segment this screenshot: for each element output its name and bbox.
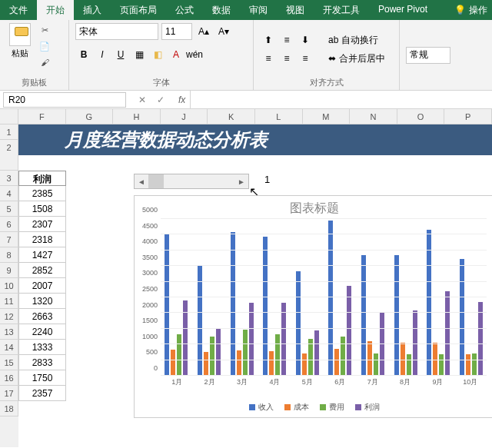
row-header-4[interactable]: 4	[0, 186, 18, 201]
ribbon-tab-0[interactable]: 文件	[0, 0, 37, 20]
bar	[427, 230, 431, 376]
ribbon-tab-1[interactable]: 开始	[37, 0, 74, 20]
row-header-5[interactable]: 5	[0, 201, 18, 217]
chart-object[interactable]: 图表标题 05001000150020002500300035004000450…	[134, 195, 492, 418]
fill-color-button[interactable]: ◧	[149, 46, 166, 63]
data-cell[interactable]: 2357	[18, 386, 66, 401]
font-size-select[interactable]	[161, 23, 192, 40]
data-cell[interactable]: 1320	[18, 294, 66, 309]
row-header-13[interactable]: 13	[0, 324, 18, 340]
data-cell[interactable]: 2852	[18, 263, 66, 278]
row-header-1[interactable]: 1	[0, 124, 18, 140]
col-header-O[interactable]: O	[397, 109, 445, 124]
formula-bar[interactable]	[190, 91, 492, 108]
format-painter-button[interactable]: 🖌	[37, 55, 52, 69]
ribbon-tab-4[interactable]: 公式	[166, 0, 203, 20]
decrease-font-button[interactable]: A▾	[215, 23, 232, 40]
bar	[472, 353, 477, 376]
row-header-12[interactable]: 12	[0, 309, 18, 324]
cut-button[interactable]: ✂	[37, 23, 52, 37]
col-header-K[interactable]: K	[208, 109, 255, 124]
row-header-17[interactable]: 17	[0, 386, 18, 401]
x-tick: 4月	[258, 377, 291, 388]
col-header-F[interactable]: F	[18, 109, 66, 124]
data-cell[interactable]: 1508	[18, 201, 66, 217]
row-header-14[interactable]: 14	[0, 340, 18, 355]
row-header-10[interactable]: 10	[0, 278, 18, 294]
x-tick: 8月	[389, 377, 421, 388]
data-header-cell[interactable]: 利润	[18, 171, 66, 186]
col-header-N[interactable]: N	[350, 109, 397, 124]
data-cell[interactable]: 2833	[18, 355, 66, 370]
row-header-8[interactable]: 8	[0, 247, 18, 263]
data-cell[interactable]: 2318	[18, 232, 66, 247]
ribbon-tab-3[interactable]: 页面布局	[111, 0, 166, 20]
data-cell[interactable]: 2385	[18, 186, 66, 201]
merge-center-button[interactable]: ⬌合并后居中	[323, 50, 391, 67]
col-header-H[interactable]: H	[113, 109, 161, 124]
phonetic-button[interactable]: wén	[186, 46, 203, 63]
col-header-G[interactable]: G	[66, 109, 114, 124]
bold-button[interactable]: B	[75, 46, 92, 63]
row-header-7[interactable]: 7	[0, 232, 18, 247]
wrap-text-button[interactable]: ab自动换行	[323, 32, 391, 48]
legend-item[interactable]: 利润	[355, 402, 380, 413]
row-header-16[interactable]: 16	[0, 370, 18, 386]
month-scrollbar[interactable]: ◄ ►	[134, 174, 249, 189]
ribbon-tab-8[interactable]: 开发工具	[314, 0, 369, 20]
border-button[interactable]: ▦	[131, 46, 148, 63]
align-top-button[interactable]: ⬆	[260, 32, 277, 48]
scroll-right-arrow[interactable]: ►	[234, 178, 248, 186]
name-box[interactable]	[3, 92, 126, 108]
x-tick: 6月	[324, 377, 356, 388]
group-label-clipboard: 剪贴板	[6, 75, 62, 88]
copy-button[interactable]: 📄	[37, 39, 52, 53]
italic-button[interactable]: I	[94, 46, 111, 63]
select-all-corner[interactable]	[0, 109, 18, 124]
row-header-15[interactable]: 15	[0, 355, 18, 370]
bar	[328, 221, 333, 376]
col-header-P[interactable]: P	[444, 109, 492, 124]
legend-item[interactable]: 成本	[284, 402, 309, 413]
scroll-left-arrow[interactable]: ◄	[135, 178, 148, 186]
row-header-9[interactable]: 9	[0, 263, 18, 278]
data-cell[interactable]: 1427	[18, 247, 66, 263]
row-header-3[interactable]: 3	[0, 171, 18, 186]
col-header-J[interactable]: J	[161, 109, 208, 124]
data-cell[interactable]: 2240	[18, 324, 66, 340]
confirm-formula-button[interactable]: ✓	[152, 91, 169, 108]
data-cell[interactable]: 2663	[18, 309, 66, 324]
data-cell[interactable]: 1333	[18, 340, 66, 355]
row-header-6[interactable]: 6	[0, 217, 18, 232]
align-bottom-button[interactable]: ⬇	[297, 32, 314, 48]
data-cell[interactable]: 2307	[18, 217, 66, 232]
data-cell[interactable]: 2007	[18, 278, 66, 294]
row-header-11[interactable]: 11	[0, 294, 18, 309]
cancel-formula-button[interactable]: ✕	[134, 91, 151, 108]
col-header-M[interactable]: M	[303, 109, 351, 124]
ribbon-tab-7[interactable]: 视图	[277, 0, 314, 20]
col-header-L[interactable]: L	[255, 109, 303, 124]
data-cell[interactable]: 1750	[18, 370, 66, 386]
legend-item[interactable]: 收入	[249, 402, 274, 413]
paste-button[interactable]: 粘贴	[6, 23, 34, 59]
legend-item[interactable]: 费用	[320, 402, 344, 413]
ribbon-tab-2[interactable]: 插入	[74, 0, 111, 20]
tell-me-label[interactable]: 操作	[469, 4, 487, 17]
align-right-button[interactable]: ≡	[297, 50, 314, 67]
row-header-2[interactable]: 2	[0, 140, 18, 171]
font-color-button[interactable]: A	[168, 46, 184, 63]
number-format-select[interactable]	[406, 47, 450, 64]
ribbon-tab-9[interactable]: Power Pivot	[369, 0, 437, 20]
align-middle-button[interactable]: ≡	[278, 32, 295, 48]
increase-font-button[interactable]: A▴	[195, 23, 212, 40]
ribbon-tab-6[interactable]: 审阅	[240, 0, 277, 20]
font-name-select[interactable]	[75, 23, 158, 40]
y-tick: 4000	[142, 237, 158, 245]
row-header-18[interactable]: 18	[0, 401, 18, 416]
underline-button[interactable]: U	[112, 46, 129, 63]
align-left-button[interactable]: ≡	[260, 50, 277, 67]
ribbon-tab-5[interactable]: 数据	[203, 0, 240, 20]
align-center-button[interactable]: ≡	[278, 50, 295, 67]
bar	[341, 337, 345, 377]
